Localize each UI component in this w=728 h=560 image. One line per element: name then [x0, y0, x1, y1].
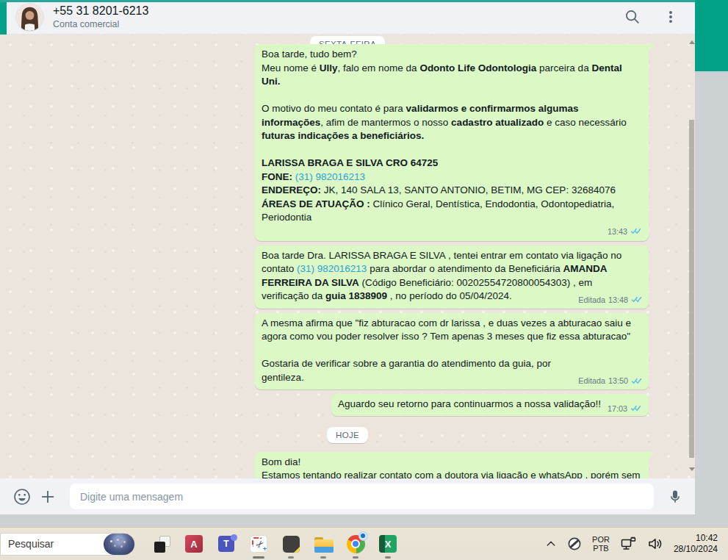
- kebab-menu-icon: [663, 9, 679, 25]
- message-input[interactable]: [70, 484, 654, 509]
- edited-label: Editada: [578, 376, 605, 386]
- message-line: Boa tarde, tudo bem?: [262, 48, 642, 62]
- scrollbar-thumb[interactable]: [689, 120, 694, 458]
- plus-attach-icon: [39, 488, 57, 506]
- message-text-bold: Ully: [320, 62, 338, 73]
- message-line: LARISSA BRAGA E SILVA CRO 64725: [262, 157, 642, 170]
- sticky-notes-icon: [282, 535, 300, 553]
- system-tray: POR PTB 10:42 28/10/202: [545, 533, 724, 555]
- ms-teams-icon: T: [217, 535, 236, 553]
- clock-time: 10:42: [674, 533, 718, 544]
- phone-link[interactable]: (31) 982016213: [297, 263, 367, 274]
- phone-link[interactable]: (31) 982016213: [295, 171, 365, 182]
- tray-show-hidden-icons-button[interactable]: [545, 538, 557, 550]
- tray-status-button[interactable]: [566, 536, 583, 552]
- message-text: e caso necessário: [544, 117, 627, 128]
- snipping-tool-icon: ✂+: [250, 535, 268, 553]
- message-text-bold: futuras indicações a beneficiários.: [262, 130, 424, 141]
- message-line: A mesma afirma que "fiz abturacao com dr…: [262, 317, 642, 344]
- message-time: 13:48: [608, 295, 628, 305]
- search-button[interactable]: [624, 9, 641, 25]
- tray-language-indicator[interactable]: POR PTB: [592, 535, 610, 553]
- double-check-read-icon: [630, 227, 642, 235]
- sidebar-edge: [0, 0, 7, 35]
- whatsapp-window: +55 31 8201-6213 Conta comercial SEXTA-F…: [0, 0, 695, 514]
- message-blank-line: [262, 89, 642, 103]
- taskbar-task-view-button[interactable]: [145, 530, 178, 559]
- message-text-bold: cadastro atualizado: [451, 117, 544, 128]
- dentist-name-text: LARISSA BRAGA E SILVA CRO 64725: [262, 157, 438, 168]
- contact-info[interactable]: +55 31 8201-6213 Conta comercial: [53, 4, 148, 30]
- taskbar-file-explorer-button[interactable]: [307, 530, 339, 559]
- message-meta: 13:43: [262, 226, 642, 237]
- double-check-read-icon: [630, 404, 642, 412]
- message-meta: Editada 13:48: [578, 295, 643, 305]
- windows-taskbar: Pesquisar A T ✂+: [0, 527, 728, 560]
- contact-avatar[interactable]: [16, 4, 43, 31]
- message-text: para abordar o atendimento da Beneficiár…: [367, 263, 563, 274]
- message-line: O motivo do meu contato é para validarmo…: [262, 102, 642, 143]
- taskbar-sticky-notes-button[interactable]: [275, 530, 307, 559]
- message-blank-line: [262, 344, 642, 358]
- taskbar-chrome-button[interactable]: [339, 530, 372, 559]
- message-text-bold: Odonto Life Odontologia: [419, 62, 536, 73]
- message-text-bold: ENDEREÇO:: [262, 184, 324, 195]
- ethernet-network-icon: [619, 535, 637, 553]
- message-line: FONE: (31) 982016213: [262, 170, 642, 184]
- chat-scrollbar[interactable]: [688, 35, 695, 478]
- message-text: , no período do 05/04/2024.: [387, 290, 512, 301]
- message-text: , afim de mantermos o nosso: [320, 117, 451, 128]
- taskbar-search-box[interactable]: Pesquisar: [0, 533, 135, 556]
- chat-message-area: SEXTA-FEIRA Boa tarde, tudo bem? Meu nom…: [0, 35, 695, 478]
- message-blank-line: [262, 143, 642, 157]
- file-explorer-icon: [314, 535, 333, 553]
- search-icon: [624, 9, 641, 25]
- message-bubble[interactable]: Aguardo seu retorno para continuarmos a …: [331, 394, 649, 416]
- chrome-profile-badge: [358, 531, 368, 541]
- message-time: 17:03: [608, 403, 627, 414]
- double-check-read-icon: [631, 295, 643, 304]
- bubble-tail: [648, 452, 655, 460]
- search-highlight-image[interactable]: [104, 534, 134, 555]
- taskbar-teams-button[interactable]: T: [210, 530, 242, 559]
- message-text: parceira da: [536, 62, 591, 73]
- background-window-edge: [695, 0, 728, 71]
- message-bubble[interactable]: Boa tarde, tudo bem? Meu nome é Ully, fa…: [255, 44, 649, 241]
- tray-clock[interactable]: 10:42 28/10/2024: [674, 533, 718, 555]
- speaker-icon: [646, 535, 664, 553]
- tray-volume-button[interactable]: [646, 535, 664, 553]
- attach-button[interactable]: [39, 488, 57, 506]
- clock-date: 28/10/2024: [674, 544, 718, 555]
- bubble-tail: [648, 44, 655, 52]
- scrollbar-up-arrow-icon[interactable]: [689, 40, 695, 44]
- message-text: JK, 140 SALA 13, SANTO ANTONIO, BETIM, M…: [324, 184, 616, 195]
- message-bubble[interactable]: Bom dia! Estamos tentando realizar conta…: [255, 452, 649, 479]
- menu-button[interactable]: [663, 9, 679, 25]
- running-indicator: [320, 556, 326, 559]
- ms-excel-icon: X: [379, 535, 397, 553]
- message-composer: [0, 478, 695, 514]
- chrome-icon: [347, 535, 365, 553]
- scrollbar-down-arrow-icon[interactable]: [689, 467, 695, 471]
- taskbar-excel-button[interactable]: X: [372, 530, 404, 559]
- search-label: Pesquisar: [8, 538, 54, 550]
- message-line: Aguardo seu retorno para continuarmos a …: [338, 398, 601, 412]
- message-text: Meu nome é: [262, 62, 320, 73]
- message-bubble[interactable]: A mesma afirma que "fiz abturacao com dr…: [255, 313, 649, 390]
- keyboard-layout-code: PTB: [592, 544, 610, 553]
- message-text: Bom dia!: [262, 456, 300, 467]
- language-code: POR: [592, 535, 610, 545]
- message-line: Bom dia!: [262, 456, 642, 470]
- emoji-button[interactable]: [12, 487, 32, 506]
- running-indicator: [353, 556, 358, 559]
- message-text: Boa tarde, tudo bem?: [262, 49, 357, 60]
- voice-message-button[interactable]: [667, 488, 683, 506]
- tray-network-button[interactable]: [619, 535, 637, 553]
- message-line: Estamos tentando realizar contato com a …: [262, 469, 642, 478]
- message-text: A mesma afirma que "fiz abturacao com dr…: [262, 317, 631, 342]
- taskbar-snipping-tool-button[interactable]: ✂+: [242, 530, 275, 559]
- message-meta: 17:03: [608, 403, 642, 414]
- chevron-up-icon: [545, 538, 557, 550]
- message-bubble[interactable]: Boa tarde Dra. LARISSA BRAGA E SILVA , t…: [255, 245, 649, 309]
- taskbar-access-button[interactable]: A: [178, 530, 210, 559]
